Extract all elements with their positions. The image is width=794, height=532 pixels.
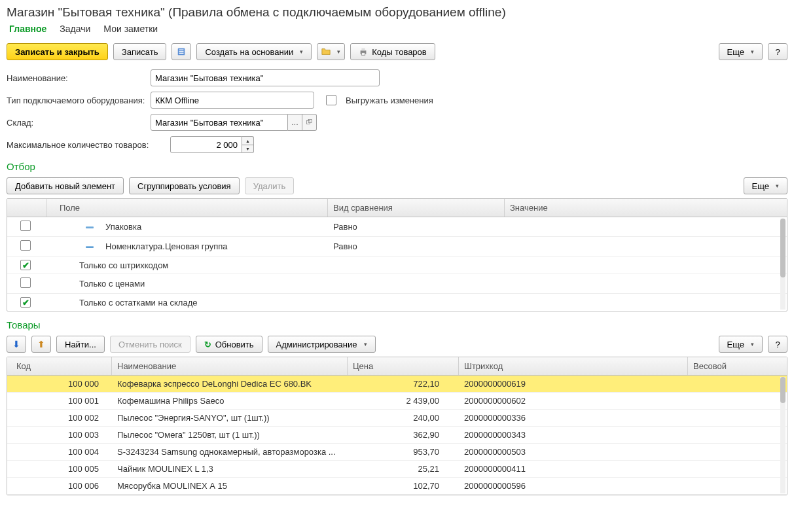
product-name: Чайник MOULINEX L 1,3 bbox=[112, 461, 348, 477]
product-code: 100 000 bbox=[7, 376, 112, 392]
products-help-button[interactable]: ? bbox=[768, 336, 787, 353]
product-name: Пылесос "Энергия-SANYO", шт (1шт.)) bbox=[112, 410, 348, 426]
cancel-find-button[interactable]: Отменить поиск bbox=[110, 336, 190, 353]
tab-Задачи[interactable]: Задачи bbox=[60, 22, 90, 35]
products-more-button[interactable]: Еще bbox=[719, 336, 763, 353]
tab-Мои заметки[interactable]: Мои заметки bbox=[103, 22, 158, 35]
filter-col-comparison[interactable]: Вид сравнения bbox=[328, 199, 505, 217]
product-row[interactable]: 100 005Чайник MOULINEX L 1,325,212000000… bbox=[7, 461, 787, 478]
product-price: 722,10 bbox=[348, 376, 459, 392]
product-code: 100 004 bbox=[7, 444, 112, 460]
filter-row-checkbox[interactable] bbox=[20, 297, 31, 308]
svg-rect-1 bbox=[179, 50, 184, 50]
product-row[interactable]: 100 004S-3243234 Samsung однокамерный, а… bbox=[7, 444, 787, 461]
filter-field: Только с ценами bbox=[79, 279, 145, 289]
product-name: Мясорубка MOULINEX А 15 bbox=[112, 478, 348, 494]
max-qty-label: Максимальное количество товаров: bbox=[7, 140, 170, 150]
product-row[interactable]: 100 001Кофемашина Philips Saeco2 439,002… bbox=[7, 393, 787, 410]
svg-rect-6 bbox=[362, 53, 365, 56]
help-button[interactable]: ? bbox=[768, 43, 787, 60]
find-button[interactable]: Найти... bbox=[56, 336, 105, 353]
move-up-button[interactable]: ⬆ bbox=[31, 336, 51, 353]
product-barcode: 2000000000343 bbox=[459, 427, 688, 443]
name-field[interactable] bbox=[151, 69, 380, 86]
product-row[interactable]: 100 002Пылесос "Энергия-SANYO", шт (1шт.… bbox=[7, 410, 787, 427]
warehouse-select-button[interactable]: … bbox=[288, 114, 302, 131]
product-weight bbox=[688, 478, 787, 494]
filter-row[interactable]: Только с остатками на складе bbox=[7, 294, 787, 311]
tab-Главное[interactable]: Главное bbox=[9, 22, 46, 35]
product-name: Кофемашина Philips Saeco bbox=[112, 393, 348, 409]
product-row[interactable]: 100 006Мясорубка MOULINEX А 15102,702000… bbox=[7, 478, 787, 495]
filter-row-checkbox[interactable] bbox=[20, 277, 31, 288]
qty-up-button[interactable]: ▲ bbox=[242, 136, 254, 145]
product-barcode: 2000000000411 bbox=[459, 461, 688, 477]
product-weight bbox=[688, 393, 787, 409]
svg-rect-3 bbox=[179, 53, 184, 54]
filter-col-value[interactable]: Значение bbox=[505, 199, 787, 217]
filter-field: Только с остатками на складе bbox=[79, 298, 197, 308]
products-toolbar: ⬇ ⬆ Найти... Отменить поиск ↻ Обновить А… bbox=[7, 336, 787, 353]
product-weight bbox=[688, 444, 787, 460]
filter-row[interactable]: Номенклатура.Ценовая группаРавно bbox=[7, 237, 787, 257]
filter-more-button[interactable]: Еще bbox=[744, 177, 787, 194]
product-weight bbox=[688, 461, 787, 477]
tabs: ГлавноеЗадачиМои заметки bbox=[7, 22, 787, 35]
refresh-button[interactable]: ↻ Обновить bbox=[196, 336, 262, 353]
products-col-code[interactable]: Код bbox=[7, 357, 112, 375]
warehouse-label: Склад: bbox=[7, 118, 151, 128]
add-filter-button[interactable]: Добавить новый элемент bbox=[7, 177, 124, 194]
codes-button[interactable]: Коды товаров bbox=[350, 43, 435, 60]
filter-field: Номенклатура.Ценовая группа bbox=[105, 241, 227, 251]
product-row[interactable]: 100 003Пылесос "Омега" 1250вт, шт (1 шт.… bbox=[7, 427, 787, 444]
list-icon-button[interactable] bbox=[171, 43, 191, 60]
product-barcode: 2000000000336 bbox=[459, 410, 688, 426]
filter-scrollbar[interactable] bbox=[780, 219, 785, 310]
warehouse-open-button[interactable] bbox=[302, 114, 317, 131]
save-close-button[interactable]: Записать и закрыть bbox=[7, 43, 108, 60]
qty-down-button[interactable]: ▼ bbox=[242, 145, 254, 153]
more-button[interactable]: Еще bbox=[719, 43, 763, 60]
filter-row[interactable]: УпаковкаРавно bbox=[7, 217, 787, 237]
upload-changes-checkbox[interactable] bbox=[326, 95, 336, 105]
filter-comparison: Равно bbox=[333, 241, 357, 251]
filter-row-checkbox[interactable] bbox=[20, 240, 31, 251]
max-qty-field[interactable] bbox=[170, 136, 242, 153]
product-barcode: 2000000000619 bbox=[459, 376, 688, 392]
products-section-title: Товары bbox=[7, 319, 787, 330]
products-col-name[interactable]: Наименование bbox=[112, 357, 348, 375]
move-down-button[interactable]: ⬇ bbox=[7, 336, 26, 353]
product-barcode: 2000000000503 bbox=[459, 444, 688, 460]
printer-icon bbox=[359, 47, 368, 56]
products-col-barcode[interactable]: Штрихкод bbox=[459, 357, 688, 375]
refresh-icon: ↻ bbox=[204, 340, 211, 349]
products-col-weight[interactable]: Весовой bbox=[688, 357, 787, 375]
filter-row-checkbox[interactable] bbox=[20, 260, 31, 270]
filter-row[interactable]: Только со штрихкодом bbox=[7, 257, 787, 274]
group-conditions-button[interactable]: Сгруппировать условия bbox=[129, 177, 240, 194]
attachments-button[interactable] bbox=[317, 43, 345, 60]
filter-col-field[interactable]: Поле bbox=[46, 199, 328, 217]
save-button[interactable]: Записать bbox=[113, 43, 167, 60]
product-price: 25,21 bbox=[348, 461, 459, 477]
create-based-on-button[interactable]: Создать на основании bbox=[196, 43, 312, 60]
product-weight bbox=[688, 376, 787, 392]
admin-button[interactable]: Администрирование bbox=[268, 336, 376, 353]
filter-row-checkbox[interactable] bbox=[20, 221, 31, 231]
product-code: 100 001 bbox=[7, 393, 112, 409]
filter-toolbar: Добавить новый элемент Сгруппировать усл… bbox=[7, 177, 787, 194]
type-label: Тип подключаемого оборудования: bbox=[7, 96, 151, 105]
products-col-price[interactable]: Цена bbox=[348, 357, 459, 375]
dash-icon bbox=[86, 246, 94, 248]
arrow-up-icon: ⬆ bbox=[37, 339, 45, 349]
type-field[interactable] bbox=[151, 92, 314, 109]
filter-grid: Поле Вид сравнения Значение УпаковкаРавн… bbox=[7, 198, 787, 311]
warehouse-field[interactable] bbox=[151, 114, 288, 131]
products-scrollbar[interactable] bbox=[780, 377, 785, 493]
svg-rect-2 bbox=[179, 51, 184, 52]
product-code: 100 002 bbox=[7, 410, 112, 426]
filter-row[interactable]: Только с ценами bbox=[7, 274, 787, 294]
delete-filter-button[interactable]: Удалить bbox=[245, 177, 295, 194]
product-row[interactable]: 100 000Кофеварка эспрессо DeLonghi Dedic… bbox=[7, 376, 787, 393]
folder-icon bbox=[321, 47, 331, 56]
